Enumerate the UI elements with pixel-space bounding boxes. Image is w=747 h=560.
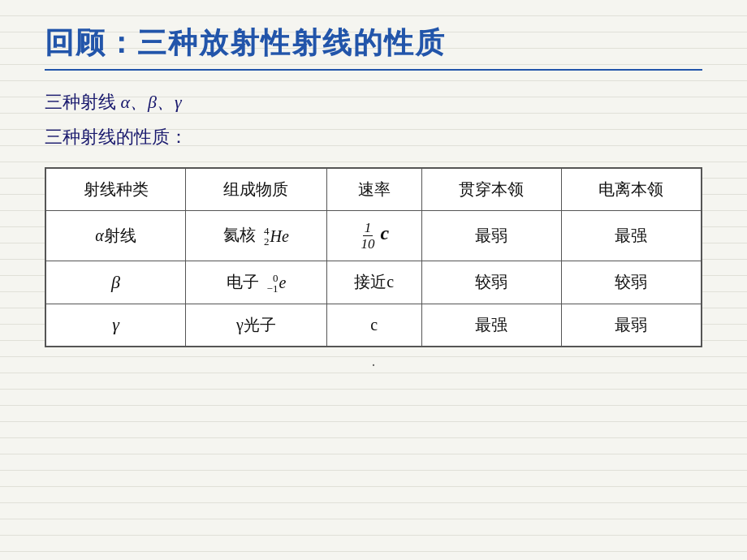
alpha-nuclide: 4 2 He xyxy=(264,226,289,247)
alpha-fraction: 1 10 xyxy=(359,221,376,251)
beta-scripts: 0 −1 xyxy=(267,273,279,294)
alpha-symbol: He xyxy=(270,227,289,246)
alpha-atomic-number: 2 xyxy=(264,236,270,247)
gamma-speed: c xyxy=(326,304,421,346)
gamma-penetration: 最强 xyxy=(421,304,561,346)
page-dot: · xyxy=(45,357,702,374)
header-penetration: 贯穿本领 xyxy=(421,168,561,210)
alpha-speed: 1 10 c xyxy=(326,210,421,261)
table-row-gamma: γ γ光子 c 最强 最弱 xyxy=(46,304,702,346)
beta-type: β xyxy=(46,261,186,304)
greek-letters: α、β、γ xyxy=(121,92,182,112)
alpha-numerator: 1 xyxy=(363,221,374,236)
beta-atomic-number: −1 xyxy=(267,283,279,294)
header-ionization: 电离本领 xyxy=(561,168,701,210)
alpha-type: α射线 xyxy=(46,210,186,261)
title-area: 回顾：三种放射性射线的性质 xyxy=(45,24,702,71)
alpha-composition: 氦核 4 2 He xyxy=(186,210,327,261)
beta-ionization: 较弱 xyxy=(561,261,701,304)
beta-nuclide: 0 −1 e xyxy=(267,273,287,294)
alpha-penetration: 最弱 xyxy=(421,210,561,261)
gamma-type: γ xyxy=(46,304,186,346)
title-underline xyxy=(45,69,702,71)
radiation-table: 射线种类 组成物质 速率 贯穿本领 电离本领 α射线 氦核 xyxy=(45,168,702,347)
header-type: 射线种类 xyxy=(46,168,186,210)
gamma-symbol: γ xyxy=(112,314,119,334)
gamma-ionization: 最弱 xyxy=(561,304,701,346)
gamma-composition: γ光子 xyxy=(186,304,327,346)
radiation-table-container: 射线种类 组成物质 速率 贯穿本领 电离本领 α射线 氦核 xyxy=(45,167,702,347)
alpha-ionization: 最强 xyxy=(561,210,701,261)
table-header-row: 射线种类 组成物质 速率 贯穿本领 电离本领 xyxy=(46,168,702,210)
header-composition: 组成物质 xyxy=(186,168,327,210)
intro-line2: 三种射线的性质： xyxy=(45,122,702,152)
beta-composition: 电子 0 −1 e xyxy=(186,261,327,304)
table-row-beta: β 电子 0 −1 e 接近c xyxy=(46,261,702,304)
slide: 回顾：三种放射性射线的性质 三种射线 α、β、γ 三种射线的性质： 射线种类 组… xyxy=(0,0,747,560)
alpha-c: c xyxy=(380,222,389,243)
beta-symbol: β xyxy=(111,272,120,292)
intro-line1: 三种射线 α、β、γ xyxy=(45,87,702,117)
beta-penetration: 较弱 xyxy=(421,261,561,304)
alpha-scripts: 4 2 xyxy=(264,226,270,247)
header-speed: 速率 xyxy=(326,168,421,210)
beta-speed: 接近c xyxy=(326,261,421,304)
beta-symbol-e: e xyxy=(279,274,286,292)
table-row-alpha: α射线 氦核 4 2 He xyxy=(46,210,702,261)
alpha-denominator: 10 xyxy=(359,236,376,251)
intro-prefix: 三种射线 xyxy=(45,92,121,112)
slide-title: 回顾：三种放射性射线的性质 xyxy=(45,24,702,62)
